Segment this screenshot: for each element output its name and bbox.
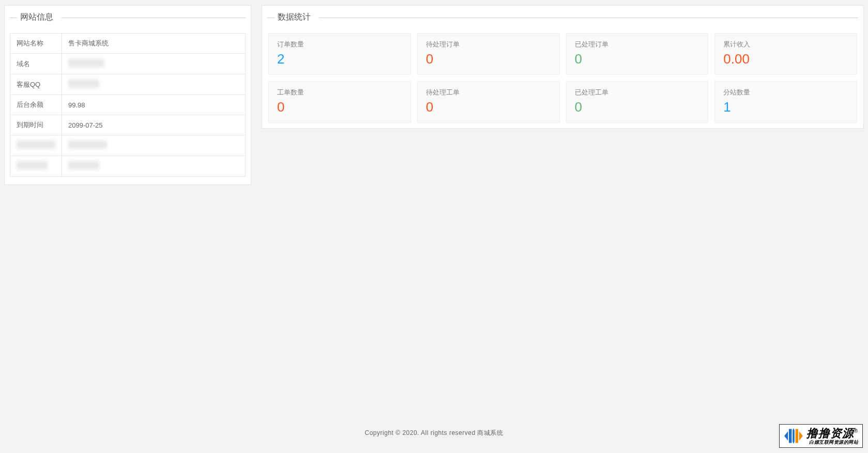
- info-row-label: 客服QQ: [10, 74, 62, 95]
- info-row-label: 后台余额: [10, 95, 62, 115]
- stat-card: 已处理工单0: [566, 81, 709, 123]
- info-row: 后台余额99.98: [10, 95, 246, 115]
- stat-card-value: 0: [575, 51, 700, 67]
- stat-card-value: 1: [723, 99, 848, 115]
- watermark-logo-icon: [784, 427, 803, 445]
- stat-card-label: 待处理订单: [426, 40, 551, 49]
- watermark-sub-text: 白嫖互联网资源的网站: [806, 440, 858, 445]
- info-row-label: 网站名称: [10, 34, 62, 54]
- stat-card: 工单数量0: [268, 81, 411, 123]
- stat-card-label: 已处理订单: [575, 40, 700, 49]
- stat-card: 待处理工单0: [417, 81, 560, 123]
- dashboard-container: 网站信息 网站名称售卡商城系统域名客服QQ后台余额99.98到期时间2099-0…: [0, 0, 868, 190]
- stat-card: 待处理订单0: [417, 33, 560, 75]
- stat-card: 订单数量2: [268, 33, 411, 75]
- info-row-value: 99.98: [62, 95, 246, 115]
- redacted-value: [68, 80, 99, 88]
- info-row-value: 售卡商城系统: [62, 34, 246, 54]
- stats-grid: 订单数量2待处理订单0已处理订单0累计收入0.00工单数量0待处理工单0已处理工…: [262, 29, 863, 123]
- redacted-label: [17, 140, 55, 149]
- stat-card-label: 订单数量: [277, 40, 402, 49]
- stat-card: 已处理订单0: [566, 33, 709, 75]
- site-info-table: 网站名称售卡商城系统域名客服QQ后台余额99.98到期时间2099-07-25: [10, 33, 246, 177]
- stat-card: 累计收入0.00: [714, 33, 857, 75]
- stat-card-value: 0: [277, 99, 402, 115]
- redacted-label: [17, 161, 48, 169]
- stat-card-label: 待处理工单: [426, 88, 551, 97]
- info-row-label: 到期时间: [10, 115, 62, 135]
- site-info-title: 网站信息: [5, 6, 251, 29]
- info-row: [10, 156, 246, 177]
- footer-copyright: Copyright © 2020. All rights reserved 商城…: [0, 429, 868, 438]
- info-row-value: [62, 54, 246, 74]
- info-row-label: [10, 135, 62, 156]
- watermark: 撸撸资源® 白嫖互联网资源的网站: [779, 424, 863, 448]
- stat-card-value: 0.00: [723, 51, 848, 67]
- redacted-value: [68, 161, 99, 169]
- stat-card-value: 0: [426, 99, 551, 115]
- info-row-value: [62, 135, 246, 156]
- stat-card-value: 0: [426, 51, 551, 67]
- stat-card-label: 工单数量: [277, 88, 402, 97]
- stat-card-value: 2: [277, 51, 402, 67]
- stats-title: 数据统计: [262, 6, 863, 29]
- stat-card-value: 0: [575, 99, 700, 115]
- stat-card-label: 分站数量: [723, 88, 848, 97]
- info-row-value: [62, 156, 246, 177]
- watermark-text: 撸撸资源® 白嫖互联网资源的网站: [806, 428, 858, 445]
- info-row: 客服QQ: [10, 74, 246, 95]
- info-row-value: [62, 74, 246, 95]
- info-row: 网站名称售卡商城系统: [10, 34, 246, 54]
- stat-card: 分站数量1: [714, 81, 857, 123]
- info-row-label: [10, 156, 62, 177]
- redacted-value: [68, 140, 107, 149]
- redacted-value: [68, 59, 104, 67]
- stat-card-label: 累计收入: [723, 40, 848, 49]
- stats-panel: 数据统计 订单数量2待处理订单0已处理订单0累计收入0.00工单数量0待处理工单…: [262, 5, 864, 129]
- site-info-panel: 网站信息 网站名称售卡商城系统域名客服QQ后台余额99.98到期时间2099-0…: [4, 5, 251, 185]
- info-row: 域名: [10, 54, 246, 74]
- info-row-label: 域名: [10, 54, 62, 74]
- info-row: [10, 135, 246, 156]
- info-row: 到期时间2099-07-25: [10, 115, 246, 135]
- watermark-main-text: 撸撸资源®: [806, 428, 858, 439]
- stat-card-label: 已处理工单: [575, 88, 700, 97]
- info-row-value: 2099-07-25: [62, 115, 246, 135]
